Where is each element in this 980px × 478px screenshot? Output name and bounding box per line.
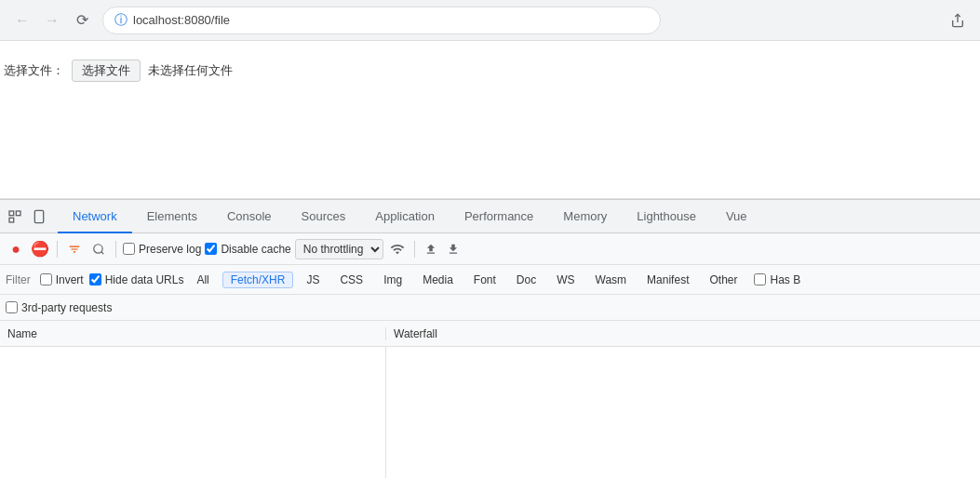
reload-button[interactable]: ⟳: [69, 7, 95, 33]
back-button[interactable]: ←: [9, 7, 35, 33]
table-body: [0, 347, 980, 478]
network-conditions-button[interactable]: [387, 239, 408, 259]
svg-rect-2: [9, 218, 14, 222]
search-button[interactable]: [88, 239, 109, 259]
preserve-log-checkbox[interactable]: Preserve log: [123, 243, 201, 256]
export-button[interactable]: [444, 240, 463, 259]
tab-console[interactable]: Console: [212, 200, 287, 233]
column-header-waterfall[interactable]: Waterfall: [386, 327, 980, 340]
file-input-area: 选择文件： 选择文件 未选择任何文件: [0, 50, 233, 82]
svg-rect-3: [16, 211, 20, 216]
devtools-panel: Network Elements Console Sources Applica…: [0, 199, 980, 478]
tab-elements[interactable]: Elements: [132, 200, 212, 233]
filter-type-fetch-xhr[interactable]: Fetch/XHR: [222, 272, 294, 288]
filter-type-img[interactable]: Img: [376, 272, 409, 287]
device-toggle-button[interactable]: [28, 206, 50, 228]
toolbar-separator-3: [414, 241, 415, 258]
disable-cache-input[interactable]: [205, 243, 217, 255]
filter-type-other[interactable]: Other: [702, 272, 745, 287]
tab-network[interactable]: Network: [58, 200, 132, 233]
table-header: Name Waterfall: [0, 321, 980, 347]
filter-type-media[interactable]: Media: [415, 272, 461, 287]
column-header-name[interactable]: Name: [0, 327, 386, 340]
choose-file-button[interactable]: 选择文件: [72, 60, 141, 82]
filter-type-all[interactable]: All: [189, 272, 216, 287]
tab-memory[interactable]: Memory: [548, 200, 622, 233]
filter-type-js[interactable]: JS: [299, 272, 327, 287]
invert-input[interactable]: [40, 273, 52, 285]
lock-icon: ⓘ: [114, 12, 128, 29]
record-button[interactable]: ●: [6, 239, 26, 259]
inspect-element-button[interactable]: [4, 206, 26, 228]
stop-recording-button[interactable]: ⛔: [30, 239, 50, 259]
page-content: 选择文件： 选择文件 未选择任何文件: [0, 41, 980, 199]
has-blocked-input[interactable]: [754, 273, 766, 285]
invert-label: Invert: [56, 273, 84, 286]
has-blocked-label: Has B: [770, 273, 800, 286]
import-button[interactable]: [422, 240, 440, 259]
nav-buttons: ← → ⟳: [9, 7, 95, 33]
toolbar-separator-1: [57, 241, 58, 258]
hide-data-urls-checkbox[interactable]: Hide data URLs: [89, 273, 184, 286]
file-label: 选择文件：: [4, 62, 64, 79]
network-toolbar: ● ⛔ Preserve log Disable cache No: [0, 233, 980, 265]
tab-performance[interactable]: Performance: [450, 200, 548, 233]
preserve-log-label: Preserve log: [139, 243, 201, 256]
devtools-icon-buttons: [4, 206, 50, 228]
svg-rect-4: [34, 210, 43, 222]
filter-type-css[interactable]: CSS: [332, 272, 370, 287]
filter-type-manifest[interactable]: Manifest: [639, 272, 696, 287]
has-blocked-checkbox[interactable]: Has B: [754, 273, 800, 286]
hide-data-urls-input[interactable]: [89, 273, 101, 285]
waterfall-column: [386, 347, 980, 478]
third-party-label: 3rd-party requests: [21, 301, 112, 314]
third-party-input[interactable]: [6, 301, 18, 313]
third-party-checkbox[interactable]: 3rd-party requests: [6, 301, 112, 314]
browser-chrome: ← → ⟳ ⓘ localhost:8080/file: [0, 0, 980, 41]
invert-checkbox[interactable]: Invert: [40, 273, 84, 286]
svg-line-7: [101, 251, 104, 254]
svg-rect-1: [9, 211, 14, 216]
name-column: [0, 347, 386, 478]
filter-type-ws[interactable]: WS: [549, 272, 582, 287]
url-text: localhost:8080/file: [133, 13, 230, 27]
disable-cache-checkbox[interactable]: Disable cache: [205, 243, 290, 256]
toolbar-separator-2: [115, 241, 116, 258]
throttle-select[interactable]: No throttling Fast 3G Slow 3G Offline: [295, 239, 383, 259]
third-party-row: 3rd-party requests: [0, 295, 980, 321]
filter-type-wasm[interactable]: Wasm: [588, 272, 635, 287]
tab-sources[interactable]: Sources: [287, 200, 361, 233]
forward-button[interactable]: →: [39, 7, 65, 33]
filter-type-doc[interactable]: Doc: [509, 272, 544, 287]
no-file-text: 未选择任何文件: [148, 62, 233, 79]
tab-application[interactable]: Application: [360, 200, 450, 233]
filter-label: Filter: [6, 273, 31, 286]
disable-cache-label: Disable cache: [221, 243, 290, 256]
address-bar[interactable]: ⓘ localhost:8080/file: [102, 7, 661, 34]
tab-lighthouse[interactable]: Lighthouse: [622, 200, 711, 233]
filter-button[interactable]: [64, 239, 85, 259]
filter-type-font[interactable]: Font: [466, 272, 503, 287]
hide-data-urls-label: Hide data URLs: [105, 273, 184, 286]
devtools-tab-bar: Network Elements Console Sources Applica…: [0, 200, 980, 233]
svg-point-6: [94, 244, 102, 252]
tab-vue[interactable]: Vue: [711, 200, 762, 233]
filter-row: Filter Invert Hide data URLs All Fetch/X…: [0, 265, 980, 295]
preserve-log-input[interactable]: [123, 243, 135, 255]
share-button[interactable]: [945, 7, 971, 33]
